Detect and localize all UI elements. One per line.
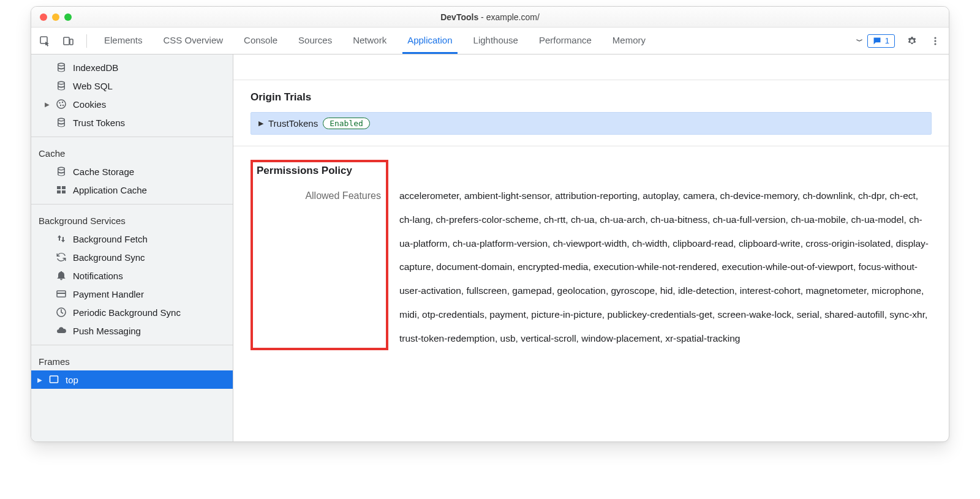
sidebar-item-periodic-background-sync[interactable]: Periodic Background Sync — [31, 303, 233, 321]
issues-chip[interactable]: 1 — [867, 34, 895, 48]
permissions-policy-heading: Permissions Policy — [257, 165, 381, 177]
sidebar-item-web-sql[interactable]: Web SQL — [31, 77, 233, 95]
frame-icon — [48, 374, 59, 385]
sidebar-item-cookies[interactable]: ▶Cookies — [31, 95, 233, 113]
sidebar-item-label: Periodic Background Sync — [73, 307, 181, 318]
sidebar-item-indexeddb[interactable]: IndexedDB — [31, 58, 233, 77]
sidebar-item-background-fetch[interactable]: Background Fetch — [31, 230, 233, 248]
db-icon — [56, 62, 67, 73]
close-window-icon[interactable] — [40, 13, 47, 21]
sidebar-item-notifications[interactable]: Notifications — [31, 266, 233, 285]
sidebar-item-label: top — [66, 375, 78, 385]
grid-icon — [56, 184, 67, 195]
origin-trials-section: Origin Trials ▶ TrustTokens Enabled — [233, 80, 949, 135]
db-icon — [56, 166, 67, 177]
sidebar-item-label: Trust Tokens — [73, 118, 125, 128]
tab-console[interactable]: Console — [239, 28, 282, 54]
bell-icon — [56, 270, 67, 281]
sync-icon — [56, 252, 67, 263]
sidebar-item-trust-tokens[interactable]: Trust Tokens — [31, 113, 233, 132]
more-menu-icon[interactable] — [927, 32, 944, 50]
more-tabs-icon[interactable] — [851, 28, 867, 54]
cookie-icon — [56, 99, 67, 110]
sidebar-group-background-services: Background Services — [31, 209, 233, 230]
sidebar-item-label: Notifications — [73, 271, 123, 281]
sidebar-item-label: Push Messaging — [73, 326, 141, 336]
main-pane: Origin Trials ▶ TrustTokens Enabled Perm… — [233, 54, 949, 441]
sidebar-item-label: Web SQL — [73, 81, 113, 91]
updown-icon — [56, 233, 67, 244]
sidebar-item-label: Background Sync — [73, 252, 145, 263]
window-title-app: DevTools — [440, 12, 478, 22]
expand-caret-icon: ▶ — [37, 377, 42, 383]
frame-header-spacer — [233, 54, 949, 80]
sidebar-item-payment-handler[interactable]: Payment Handler — [31, 285, 233, 303]
origin-trial-name: TrustTokens — [268, 118, 318, 129]
sidebar-item-label: Payment Handler — [73, 289, 144, 299]
origin-trial-status-badge: Enabled — [323, 118, 370, 129]
sidebar-item-top[interactable]: ▶top — [31, 370, 233, 389]
allowed-features-values: accelerometer, ambient-light-sensor, att… — [399, 160, 932, 350]
window-title-site: example.com/ — [486, 12, 540, 22]
panel-tabs: ElementsCSS OverviewConsoleSourcesNetwor… — [99, 28, 851, 54]
separator — [86, 34, 87, 48]
sidebar-item-label: Cookies — [73, 99, 106, 110]
permissions-policy-highlight-box: Permissions Policy Allowed Features — [251, 160, 388, 350]
cloud-icon — [56, 325, 67, 336]
sidebar-item-push-messaging[interactable]: Push Messaging — [31, 321, 233, 340]
traffic-lights — [40, 13, 72, 21]
sidebar-item-label: Background Fetch — [73, 234, 148, 244]
separator — [31, 345, 233, 345]
sidebar-item-application-cache[interactable]: Application Cache — [31, 181, 233, 199]
clock-icon — [56, 307, 67, 318]
devtools-window: DevTools - example.com/ ElementsCSS Over… — [31, 6, 949, 442]
issues-count: 1 — [885, 36, 889, 45]
inspect-element-icon[interactable] — [36, 32, 53, 50]
application-sidebar: IndexedDBWeb SQL▶CookiesTrust Tokens Cac… — [31, 54, 233, 441]
origin-trial-row[interactable]: ▶ TrustTokens Enabled — [251, 112, 932, 135]
permissions-policy-section: Permissions Policy Allowed Features acce… — [233, 146, 949, 365]
tab-sources[interactable]: Sources — [293, 28, 337, 54]
sidebar-item-background-sync[interactable]: Background Sync — [31, 248, 233, 266]
titlebar: DevTools - example.com/ — [31, 7, 949, 28]
zoom-window-icon[interactable] — [64, 13, 72, 21]
tab-application[interactable]: Application — [402, 28, 457, 54]
sidebar-group-cache: Cache — [31, 142, 233, 162]
sidebar-item-cache-storage[interactable]: Cache Storage — [31, 162, 233, 181]
tab-performance[interactable]: Performance — [534, 28, 597, 54]
sidebar-item-label: Application Cache — [73, 185, 147, 195]
sidebar-group-frames: Frames — [31, 350, 233, 370]
db-icon — [56, 80, 67, 91]
expand-caret-icon: ▶ — [258, 119, 263, 127]
minimize-window-icon[interactable] — [52, 13, 59, 21]
card-icon — [56, 288, 67, 299]
separator — [31, 204, 233, 204]
tab-lighthouse[interactable]: Lighthouse — [469, 28, 523, 54]
tab-css-overview[interactable]: CSS Overview — [159, 28, 228, 54]
db-icon — [56, 117, 67, 128]
window-title: DevTools - example.com/ — [31, 12, 949, 22]
sidebar-item-label: Cache Storage — [73, 167, 134, 177]
tabsbar: ElementsCSS OverviewConsoleSourcesNetwor… — [31, 28, 949, 54]
tab-memory[interactable]: Memory — [608, 28, 650, 54]
tab-elements[interactable]: Elements — [99, 28, 148, 54]
tab-network[interactable]: Network — [348, 28, 391, 54]
issues-icon — [873, 37, 881, 45]
expand-caret-icon: ▶ — [45, 101, 50, 108]
allowed-features-label: Allowed Features — [257, 190, 381, 201]
device-toolbar-icon[interactable] — [59, 32, 77, 50]
separator — [31, 137, 233, 137]
sidebar-item-label: IndexedDB — [73, 62, 118, 73]
origin-trials-heading: Origin Trials — [251, 91, 932, 103]
settings-icon[interactable] — [903, 32, 921, 50]
